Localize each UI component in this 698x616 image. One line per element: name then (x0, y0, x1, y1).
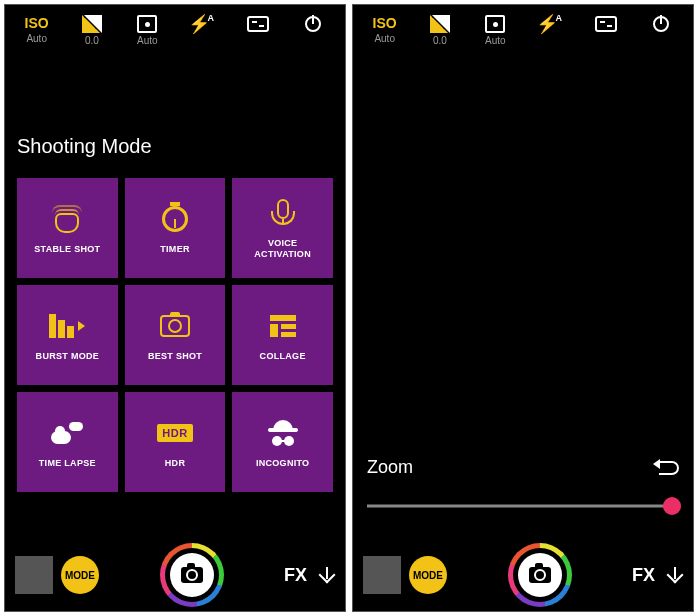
mode-incognito[interactable]: INCOGNITO (232, 392, 333, 492)
switch-camera-button[interactable] (580, 15, 631, 33)
switch-camera-button[interactable] (232, 15, 283, 33)
exposure-value: 0.0 (433, 35, 447, 46)
mode-button[interactable]: MODE (409, 556, 447, 594)
mode-time-lapse[interactable]: TIME LAPSE (17, 392, 118, 492)
microphone-icon (277, 199, 289, 227)
shooting-mode-grid: STABLE SHOT TIMER VOICE ACTIVATION BURST… (5, 178, 345, 492)
arrow-down-icon[interactable] (319, 567, 335, 583)
mode-best-shot[interactable]: BEST SHOT (125, 285, 226, 385)
collage-icon (270, 315, 296, 337)
camera-icon (181, 567, 203, 583)
shutter-button[interactable] (160, 543, 224, 607)
exposure-control[interactable]: +− 0.0 (66, 15, 117, 46)
phone-zoom-screen: ISO Auto +− 0.0 Auto ⚡A Zoom (352, 4, 694, 612)
undo-icon[interactable] (659, 461, 679, 475)
fx-button[interactable]: FX (284, 565, 307, 586)
slider-knob[interactable] (663, 497, 681, 515)
focus-icon (485, 15, 505, 33)
focus-value: Auto (137, 35, 158, 46)
burst-mode-icon (49, 314, 85, 338)
power-button[interactable] (636, 15, 687, 33)
power-button[interactable] (288, 15, 339, 33)
focus-control[interactable]: Auto (122, 15, 173, 46)
bottom-toolbar: MODE FX (353, 539, 693, 611)
stable-shot-icon (50, 205, 84, 233)
switch-camera-icon (247, 16, 269, 32)
camera-icon (529, 567, 551, 583)
focus-value: Auto (485, 35, 506, 46)
mode-collage[interactable]: COLLAGE (232, 285, 333, 385)
time-lapse-icon (51, 422, 83, 444)
mode-stable-shot[interactable]: STABLE SHOT (17, 178, 118, 278)
flash-control[interactable]: ⚡A (177, 15, 228, 33)
top-toolbar: ISO Auto +− 0.0 Auto ⚡A (353, 5, 693, 50)
top-toolbar: ISO Auto +− 0.0 Auto ⚡A (5, 5, 345, 50)
gallery-thumbnail[interactable] (15, 556, 53, 594)
timer-icon (162, 206, 188, 232)
flash-control[interactable]: ⚡A (525, 15, 576, 33)
zoom-label: Zoom (367, 457, 413, 478)
fx-button[interactable]: FX (632, 565, 655, 586)
flash-auto-icon: ⚡A (536, 15, 565, 33)
arrow-down-icon[interactable] (667, 567, 683, 583)
zoom-panel: Zoom (353, 457, 693, 516)
focus-icon (137, 15, 157, 33)
zoom-slider[interactable] (367, 496, 679, 516)
iso-icon: ISO (373, 15, 397, 31)
exposure-icon: +− (430, 15, 450, 33)
iso-value: Auto (374, 33, 395, 44)
gallery-thumbnail[interactable] (363, 556, 401, 594)
mode-button[interactable]: MODE (61, 556, 99, 594)
mode-hdr[interactable]: HDR HDR (125, 392, 226, 492)
shooting-mode-title: Shooting Mode (5, 135, 345, 158)
exposure-icon: +− (82, 15, 102, 33)
power-icon (305, 16, 321, 32)
best-shot-icon (160, 315, 190, 337)
mode-timer[interactable]: TIMER (125, 178, 226, 278)
iso-icon: ISO (25, 15, 49, 31)
power-icon (653, 16, 669, 32)
hdr-icon: HDR (157, 424, 192, 442)
shutter-button[interactable] (508, 543, 572, 607)
switch-camera-icon (595, 16, 617, 32)
flash-auto-icon: ⚡A (188, 15, 217, 33)
iso-value: Auto (26, 33, 47, 44)
iso-control[interactable]: ISO Auto (11, 15, 62, 44)
focus-control[interactable]: Auto (470, 15, 521, 46)
slider-track (367, 505, 679, 508)
mode-burst[interactable]: BURST MODE (17, 285, 118, 385)
exposure-control[interactable]: +− 0.0 (414, 15, 465, 46)
iso-control[interactable]: ISO Auto (359, 15, 410, 44)
mode-voice-activation[interactable]: VOICE ACTIVATION (232, 178, 333, 278)
phone-shooting-mode-screen: ISO Auto +− 0.0 Auto ⚡A Shooting Mode ST… (4, 4, 346, 612)
exposure-value: 0.0 (85, 35, 99, 46)
incognito-icon (268, 420, 298, 446)
bottom-toolbar: MODE FX (5, 539, 345, 611)
